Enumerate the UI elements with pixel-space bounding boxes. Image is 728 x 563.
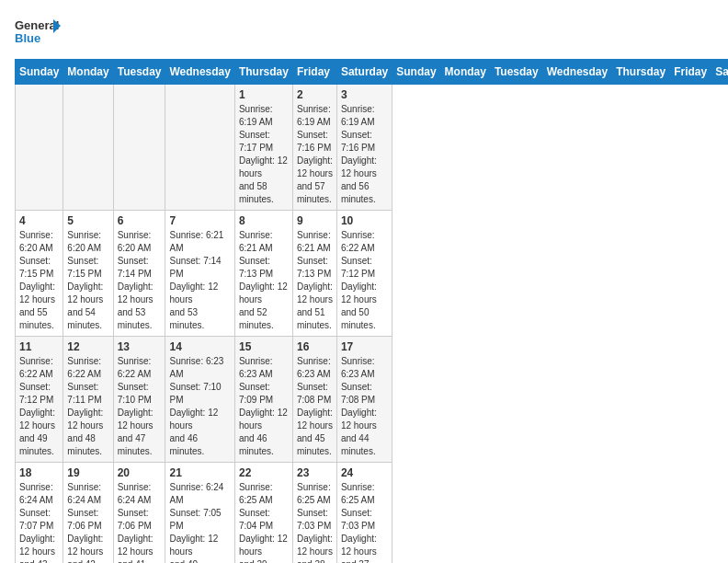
col-header-friday: Friday <box>670 60 711 85</box>
day-cell <box>165 85 234 211</box>
day-number: 6 <box>118 214 162 227</box>
col-header-wednesday: Wednesday <box>542 60 611 85</box>
week-row-4: 18Sunrise: 6:24 AM Sunset: 7:07 PM Dayli… <box>16 463 729 564</box>
calendar-table: SundayMondayTuesdayWednesdayThursdayFrid… <box>15 59 728 563</box>
header-saturday: Saturday <box>336 60 392 85</box>
day-number: 24 <box>341 466 388 479</box>
svg-text:Blue: Blue <box>15 31 40 45</box>
logo: General Blue <box>15 15 61 52</box>
day-number: 2 <box>297 88 333 101</box>
day-number: 9 <box>297 214 333 227</box>
day-cell: 18Sunrise: 6:24 AM Sunset: 7:07 PM Dayli… <box>16 463 63 564</box>
day-info: Sunrise: 6:24 AM Sunset: 7:06 PM Dayligh… <box>118 481 162 563</box>
day-info: Sunrise: 6:19 AM Sunset: 7:16 PM Dayligh… <box>297 103 333 206</box>
day-cell: 3Sunrise: 6:19 AM Sunset: 7:16 PM Daylig… <box>336 85 392 211</box>
day-cell: 16Sunrise: 6:23 AM Sunset: 7:08 PM Dayli… <box>292 337 336 463</box>
day-number: 4 <box>19 214 59 227</box>
day-number: 15 <box>239 340 289 353</box>
col-header-saturday: Saturday <box>711 60 728 85</box>
day-number: 1 <box>239 88 289 101</box>
day-cell: 13Sunrise: 6:22 AM Sunset: 7:10 PM Dayli… <box>113 337 165 463</box>
day-cell: 11Sunrise: 6:22 AM Sunset: 7:12 PM Dayli… <box>16 337 63 463</box>
day-number: 22 <box>239 466 289 479</box>
day-cell: 17Sunrise: 6:23 AM Sunset: 7:08 PM Dayli… <box>336 337 392 463</box>
day-info: Sunrise: 6:20 AM Sunset: 7:15 PM Dayligh… <box>19 229 59 332</box>
day-cell: 24Sunrise: 6:25 AM Sunset: 7:03 PM Dayli… <box>336 463 392 564</box>
week-row-3: 11Sunrise: 6:22 AM Sunset: 7:12 PM Dayli… <box>16 337 729 463</box>
header-tuesday: Tuesday <box>113 60 165 85</box>
page-header: General Blue <box>15 15 713 52</box>
day-cell: 15Sunrise: 6:23 AM Sunset: 7:09 PM Dayli… <box>234 337 292 463</box>
day-number: 14 <box>169 340 230 353</box>
header-friday: Friday <box>292 60 336 85</box>
day-info: Sunrise: 6:22 AM Sunset: 7:11 PM Dayligh… <box>67 355 108 458</box>
day-cell <box>16 85 63 211</box>
day-cell: 9Sunrise: 6:21 AM Sunset: 7:13 PM Daylig… <box>292 211 336 337</box>
day-info: Sunrise: 6:21 AM Sunset: 7:13 PM Dayligh… <box>239 229 289 332</box>
day-cell: 1Sunrise: 6:19 AM Sunset: 7:17 PM Daylig… <box>234 85 292 211</box>
day-info: Sunrise: 6:20 AM Sunset: 7:15 PM Dayligh… <box>67 229 108 332</box>
day-number: 17 <box>341 340 388 353</box>
day-cell: 19Sunrise: 6:24 AM Sunset: 7:06 PM Dayli… <box>63 463 113 564</box>
day-number: 23 <box>297 466 333 479</box>
svg-text:General: General <box>15 18 59 32</box>
day-cell: 6Sunrise: 6:20 AM Sunset: 7:14 PM Daylig… <box>113 211 165 337</box>
day-cell: 4Sunrise: 6:20 AM Sunset: 7:15 PM Daylig… <box>16 211 63 337</box>
day-info: Sunrise: 6:22 AM Sunset: 7:12 PM Dayligh… <box>19 355 59 458</box>
col-header-monday: Monday <box>440 60 490 85</box>
day-info: Sunrise: 6:19 AM Sunset: 7:16 PM Dayligh… <box>341 103 388 206</box>
day-number: 11 <box>19 340 59 353</box>
day-info: Sunrise: 6:21 AM Sunset: 7:14 PM Dayligh… <box>169 229 230 332</box>
day-cell: 2Sunrise: 6:19 AM Sunset: 7:16 PM Daylig… <box>292 85 336 211</box>
week-row-2: 4Sunrise: 6:20 AM Sunset: 7:15 PM Daylig… <box>16 211 729 337</box>
day-cell: 10Sunrise: 6:22 AM Sunset: 7:12 PM Dayli… <box>336 211 392 337</box>
day-number: 10 <box>341 214 388 227</box>
day-info: Sunrise: 6:22 AM Sunset: 7:12 PM Dayligh… <box>341 229 388 332</box>
day-info: Sunrise: 6:23 AM Sunset: 7:09 PM Dayligh… <box>239 355 289 458</box>
calendar-header-row: SundayMondayTuesdayWednesdayThursdayFrid… <box>16 60 729 85</box>
day-number: 12 <box>67 340 108 353</box>
day-number: 8 <box>239 214 289 227</box>
day-cell: 22Sunrise: 6:25 AM Sunset: 7:04 PM Dayli… <box>234 463 292 564</box>
day-number: 5 <box>67 214 108 227</box>
day-cell: 20Sunrise: 6:24 AM Sunset: 7:06 PM Dayli… <box>113 463 165 564</box>
day-number: 3 <box>341 88 388 101</box>
day-cell: 7Sunrise: 6:21 AM Sunset: 7:14 PM Daylig… <box>165 211 234 337</box>
day-info: Sunrise: 6:23 AM Sunset: 7:08 PM Dayligh… <box>297 355 333 458</box>
day-info: Sunrise: 6:22 AM Sunset: 7:10 PM Dayligh… <box>118 355 162 458</box>
day-cell: 14Sunrise: 6:23 AM Sunset: 7:10 PM Dayli… <box>165 337 234 463</box>
day-number: 7 <box>169 214 230 227</box>
col-header-sunday: Sunday <box>392 60 440 85</box>
header-thursday: Thursday <box>234 60 292 85</box>
week-row-1: 1Sunrise: 6:19 AM Sunset: 7:17 PM Daylig… <box>16 85 729 211</box>
header-sunday: Sunday <box>16 60 63 85</box>
header-monday: Monday <box>63 60 113 85</box>
day-cell: 8Sunrise: 6:21 AM Sunset: 7:13 PM Daylig… <box>234 211 292 337</box>
day-info: Sunrise: 6:23 AM Sunset: 7:08 PM Dayligh… <box>341 355 388 458</box>
col-header-thursday: Thursday <box>612 60 670 85</box>
day-info: Sunrise: 6:24 AM Sunset: 7:06 PM Dayligh… <box>67 481 108 563</box>
day-number: 21 <box>169 466 230 479</box>
col-header-tuesday: Tuesday <box>490 60 542 85</box>
day-info: Sunrise: 6:25 AM Sunset: 7:03 PM Dayligh… <box>297 481 333 563</box>
day-info: Sunrise: 6:19 AM Sunset: 7:17 PM Dayligh… <box>239 103 289 206</box>
day-number: 18 <box>19 466 59 479</box>
day-number: 20 <box>118 466 162 479</box>
day-cell <box>63 85 113 211</box>
day-info: Sunrise: 6:24 AM Sunset: 7:07 PM Dayligh… <box>19 481 59 563</box>
day-cell: 5Sunrise: 6:20 AM Sunset: 7:15 PM Daylig… <box>63 211 113 337</box>
day-info: Sunrise: 6:24 AM Sunset: 7:05 PM Dayligh… <box>169 481 230 563</box>
logo-icon: General Blue <box>15 15 61 52</box>
header-wednesday: Wednesday <box>165 60 234 85</box>
day-cell: 12Sunrise: 6:22 AM Sunset: 7:11 PM Dayli… <box>63 337 113 463</box>
day-info: Sunrise: 6:25 AM Sunset: 7:04 PM Dayligh… <box>239 481 289 563</box>
day-cell: 23Sunrise: 6:25 AM Sunset: 7:03 PM Dayli… <box>292 463 336 564</box>
day-cell: 21Sunrise: 6:24 AM Sunset: 7:05 PM Dayli… <box>165 463 234 564</box>
day-info: Sunrise: 6:23 AM Sunset: 7:10 PM Dayligh… <box>169 355 230 458</box>
day-info: Sunrise: 6:25 AM Sunset: 7:03 PM Dayligh… <box>341 481 388 563</box>
day-cell <box>113 85 165 211</box>
day-number: 16 <box>297 340 333 353</box>
day-info: Sunrise: 6:21 AM Sunset: 7:13 PM Dayligh… <box>297 229 333 332</box>
day-info: Sunrise: 6:20 AM Sunset: 7:14 PM Dayligh… <box>118 229 162 332</box>
day-number: 13 <box>118 340 162 353</box>
